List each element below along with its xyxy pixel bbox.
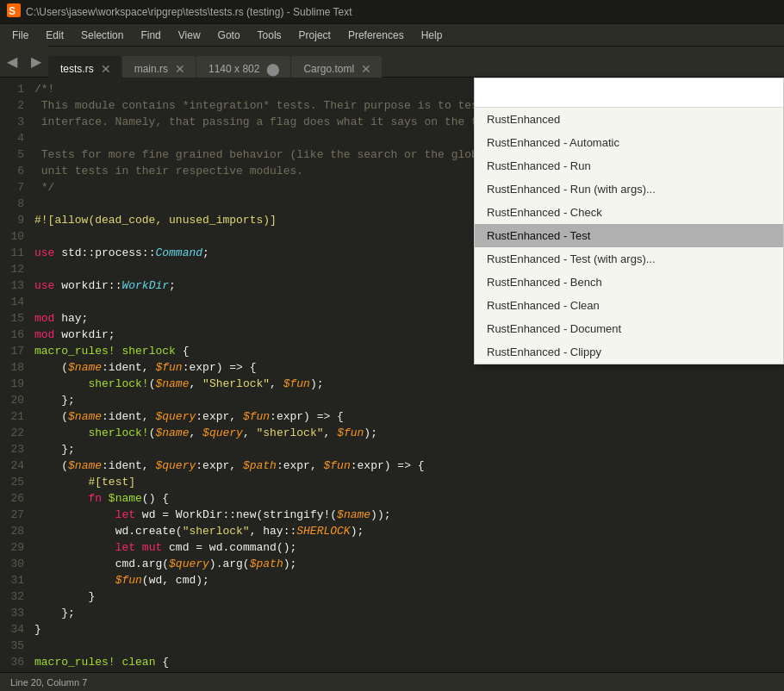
editor-line: 33 }; — [0, 605, 784, 621]
line-number: 23 — [0, 441, 34, 458]
editor-line: 29 let mut cmd = wd.command(); — [0, 539, 784, 556]
editor-line: 28 wd.create("sherlock", hay::SHERLOCK); — [0, 523, 784, 539]
line-number: 35 — [0, 638, 34, 654]
menu-item-file[interactable]: File — [3, 28, 37, 43]
line-number: 20 — [0, 392, 34, 408]
line-number: 4 — [0, 130, 34, 146]
menu-item-preferences[interactable]: Preferences — [339, 28, 413, 43]
editor-line: 35 — [0, 638, 784, 654]
menu-item-goto[interactable]: Goto — [209, 28, 249, 43]
dropdown-item[interactable]: RustEnhanced - Run (with args)... — [475, 177, 783, 201]
line-content: } — [34, 588, 784, 605]
editor-line: 31 $fun(wd, cmd); — [0, 572, 784, 588]
line-content: }; — [34, 605, 784, 621]
line-content: macro_rules! clean { — [34, 654, 784, 670]
line-content: $fun(wd, cmd); — [34, 572, 784, 588]
editor-line: 21 ($name:ident, $query:expr, $fun:expr)… — [0, 408, 784, 425]
line-number: 12 — [0, 261, 34, 277]
tab-dims-label: 1140 x 802 — [208, 63, 259, 75]
line-number: 11 — [0, 245, 34, 261]
tab-cargo-close[interactable]: ✕ — [361, 63, 371, 75]
editor-line: 23 }; — [0, 441, 784, 458]
tab-nav-left[interactable]: ◀ — [0, 46, 24, 77]
line-content: #[test] — [34, 474, 784, 490]
tab-tests-close[interactable]: ✕ — [101, 63, 111, 75]
line-number: 22 — [0, 425, 34, 441]
dropdown-item[interactable]: RustEnhanced - Automatic — [475, 131, 783, 154]
menu-item-view[interactable]: View — [170, 28, 209, 43]
tab-cargo-label: Cargo.toml — [303, 63, 354, 75]
command-dropdown: RustEnhancedRustEnhanced - AutomaticRust… — [474, 78, 784, 364]
line-number: 3 — [0, 114, 34, 130]
line-number: 10 — [0, 228, 34, 245]
line-number: 15 — [0, 310, 34, 327]
menu-item-tools[interactable]: Tools — [249, 28, 290, 43]
line-number: 18 — [0, 359, 34, 376]
line-number: 33 — [0, 605, 34, 621]
tab-main-label: main.rs — [134, 63, 168, 75]
dropdown-item[interactable]: RustEnhanced - Clean — [475, 294, 783, 317]
line-content: }; — [34, 441, 784, 458]
line-number: 24 — [0, 458, 34, 474]
tab-tests-label: tests.rs — [60, 63, 94, 75]
line-number: 29 — [0, 539, 34, 556]
line-content: ($name:ident, $query:expr, $fun:expr) =>… — [34, 408, 784, 425]
statusbar: Line 20, Column 7 — [0, 672, 784, 691]
editor-line: 27 let wd = WorkDir::new(stringify!($nam… — [0, 507, 784, 523]
tab-dims-close[interactable]: ⬤ — [266, 63, 280, 75]
editor-line: 24 ($name:ident, $query:expr, $path:expr… — [0, 458, 784, 474]
editor-line: 26 fn $name() { — [0, 490, 784, 507]
line-content: } — [34, 621, 784, 638]
main-area: 1/*!2 This module contains *integration*… — [0, 78, 784, 672]
line-number: 34 — [0, 621, 34, 638]
dropdown-item[interactable]: RustEnhanced - Test (with args)... — [475, 247, 783, 271]
line-number: 26 — [0, 490, 34, 507]
line-content: wd.create("sherlock", hay::SHERLOCK); — [34, 523, 784, 539]
dropdown-item[interactable]: RustEnhanced - Clippy — [475, 340, 783, 364]
menu-item-find[interactable]: Find — [132, 28, 169, 43]
line-content: let wd = WorkDir::new(stringify!($name))… — [34, 507, 784, 523]
titlebar: S C:\Users\jasew\workspace\ripgrep\tests… — [0, 0, 784, 24]
line-number: 27 — [0, 507, 34, 523]
line-content: let mut cmd = wd.command(); — [34, 539, 784, 556]
editor-line: 36macro_rules! clean { — [0, 654, 784, 670]
line-number: 6 — [0, 163, 34, 179]
editor-line: 30 cmd.arg($query).arg($path); — [0, 556, 784, 572]
line-content: ($name:ident, $query:expr, $path:expr, $… — [34, 458, 784, 474]
svg-text:S: S — [9, 5, 16, 17]
line-number: 13 — [0, 277, 34, 294]
menu-item-help[interactable]: Help — [413, 28, 451, 43]
dropdown-item[interactable]: RustEnhanced — [475, 108, 783, 131]
line-content: sherlock!($name, "Sherlock", $fun); — [34, 376, 784, 392]
menu-item-selection[interactable]: Selection — [72, 28, 132, 43]
dropdown-item[interactable]: RustEnhanced - Run — [475, 154, 783, 177]
dropdown-item[interactable]: RustEnhanced - Check — [475, 201, 783, 224]
line-number: 16 — [0, 327, 34, 343]
line-number: 19 — [0, 376, 34, 392]
line-number: 14 — [0, 294, 34, 310]
line-number: 25 — [0, 474, 34, 490]
editor-line: 20 }; — [0, 392, 784, 408]
dropdown-search-input[interactable] — [475, 78, 783, 108]
tab-main-close[interactable]: ✕ — [175, 63, 185, 75]
editor-line: 25 #[test] — [0, 474, 784, 490]
line-number: 7 — [0, 179, 34, 196]
line-content: sherlock!($name, $query, "sherlock", $fu… — [34, 425, 784, 441]
line-number: 28 — [0, 523, 34, 539]
line-number: 21 — [0, 408, 34, 425]
line-number: 9 — [0, 212, 34, 228]
dropdown-item[interactable]: RustEnhanced - Document — [475, 317, 783, 340]
menubar: FileEditSelectionFindViewGotoToolsProjec… — [0, 24, 784, 47]
editor-line: 34} — [0, 621, 784, 638]
line-content: cmd.arg($query).arg($path); — [34, 556, 784, 572]
line-number: 31 — [0, 572, 34, 588]
menu-item-edit[interactable]: Edit — [37, 28, 72, 43]
line-content: fn $name() { — [34, 490, 784, 507]
tabbar: ◀ ▶ tests.rs ✕ main.rs ✕ 1140 x 802 ⬤ Ca… — [0, 47, 784, 78]
dropdown-item[interactable]: RustEnhanced - Bench — [475, 271, 783, 294]
dropdown-item[interactable]: RustEnhanced - Test — [475, 224, 783, 247]
menu-item-project[interactable]: Project — [290, 28, 339, 43]
line-number: 2 — [0, 97, 34, 114]
editor-line: 32 } — [0, 588, 784, 605]
tab-nav-right[interactable]: ▶ — [24, 46, 48, 77]
